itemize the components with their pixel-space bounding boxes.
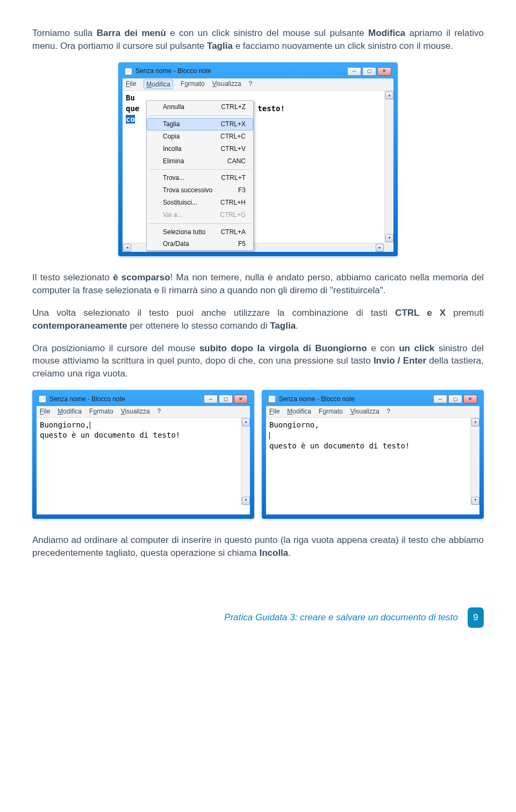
menu-item-selezionatutto[interactable]: Seleziona tuttoCTRL+A [147,226,253,238]
menu-item-label: Ora/Data [163,240,189,249]
menu-bar: File Modifica Formato Visualizza ? [266,406,479,418]
scroll-right-icon[interactable]: ▶ [376,244,384,252]
menu-file[interactable]: File [40,407,50,416]
menu-item-shortcut: CTRL+C [220,132,246,141]
text-caret [269,432,270,439]
notepad-window-before: 📄 Senza nome - Blocco note ─ ▢ ✕ File Mo… [32,390,254,519]
scroll-up-icon[interactable]: ▲ [471,418,479,426]
menu-item-label: Annulla [163,103,184,112]
menu-item-shortcut: CTRL+X [221,120,246,129]
menu-item-copia[interactable]: CopiaCTRL+C [147,130,253,143]
menu-item-trovasuccessivo[interactable]: Trova successivoF3 [147,184,253,197]
menu-item-label: Copia [163,132,180,141]
notepad-window: 📄 Senza nome - Blocco note ─ ▢ ✕ File Mo… [118,62,398,257]
vertical-scrollbar[interactable]: ▲▼ [470,418,479,505]
notepad-text-area[interactable]: Buongiorno, questo è un documento di tes… [266,418,479,514]
menu-item-sostituisci[interactable]: Sostituisci...CTRL+H [147,197,253,209]
text: Ora posizioniamo il cursore del mouse [32,343,199,353]
menu-item-label: Trova... [163,173,184,183]
menu-item-shortcut: CTRL+Z [221,103,246,112]
paragraph-5: Andiamo ad ordinare al computer di inser… [32,534,484,560]
editor-content: Bu que co di testo! [126,93,139,125]
window-titlebar: 📄 Senza nome - Blocco note ─ ▢ ✕ [266,394,479,406]
bold-text: Invio / Enter [374,356,426,366]
menu-visualizza[interactable]: Visualizza [350,407,379,416]
notepad-text-area[interactable]: Buongiorno, questo è un documento di tes… [37,418,250,514]
maximize-button[interactable]: ▢ [448,395,462,403]
editor-content: Buongiorno, questo è un documento di tes… [37,418,250,443]
bold-text: Modifica [368,28,405,38]
close-button[interactable]: ✕ [234,395,248,403]
close-button[interactable]: ✕ [377,67,391,76]
menu-formato[interactable]: Formato [181,79,205,90]
menu-item-elimina[interactable]: EliminaCANC [147,155,253,168]
paragraph-2: Il testo selezionato è scomparso! Ma non… [32,271,484,297]
text: premuti [446,308,484,318]
menu-separator [149,115,251,116]
scroll-down-icon[interactable]: ▼ [242,497,250,505]
scroll-down-icon[interactable]: ▼ [385,234,393,242]
menu-item-trova[interactable]: Trova...CTRL+T [147,172,253,184]
text: Torniamo sulla [32,28,97,38]
menu-help[interactable]: ? [249,79,253,90]
close-button[interactable]: ✕ [463,395,477,403]
scroll-up-icon[interactable]: ▲ [242,418,250,426]
menu-item-shortcut: CTRL+H [220,198,246,207]
menu-item-oradata[interactable]: Ora/DataF5 [147,238,253,250]
scroll-left-icon[interactable]: ◀ [123,244,131,252]
bold-text: Taglia [270,321,296,331]
menu-help[interactable]: ? [387,407,391,416]
window-title: Senza nome - Blocco note [49,395,125,404]
bold-text: contemporaneamente [32,321,127,331]
menu-item-vaia: Vai a...CTRL+G [147,209,253,221]
bold-text: subito dopo la virgola di Buongiorno [199,343,367,353]
menu-modifica[interactable]: Modifica [58,407,82,416]
scroll-corner [384,243,393,252]
menu-item-shortcut: CTRL+V [221,144,246,154]
vertical-scrollbar[interactable]: ▲▼ [241,418,250,505]
screenshot-row: 📄 Senza nome - Blocco note ─ ▢ ✕ File Mo… [32,390,484,519]
vertical-scrollbar[interactable]: ▲▼ [384,91,393,243]
menu-item-shortcut: CTRL+A [221,228,246,237]
scroll-down-icon[interactable]: ▼ [471,497,479,505]
text: e con un click sinistro del mouse sul pu… [166,28,368,38]
menu-formato[interactable]: Formato [89,407,113,416]
menu-separator [149,169,251,170]
minimize-button[interactable]: ─ [347,67,361,76]
menu-item-taglia[interactable]: TagliaCTRL+X [147,118,253,130]
page-footer: Pratica Guidata 3: creare e salvare un d… [32,607,484,628]
menu-file[interactable]: File [126,79,136,90]
minimize-button[interactable]: ─ [433,395,447,403]
menu-item-label: Seleziona tutto [163,228,205,237]
menu-formato[interactable]: Formato [319,407,343,416]
window-titlebar: 📄 Senza nome - Blocco note ─ ▢ ✕ [123,67,393,78]
menu-help[interactable]: ? [157,407,161,416]
menu-item-label: Incolla [163,144,182,154]
menu-modifica[interactable]: Modifica [287,407,311,416]
menu-item-label: Taglia [163,120,180,129]
footer-title: Pratica Guidata 3: creare e salvare un d… [224,611,458,624]
menu-item-label: Sostituisci... [163,198,197,207]
paragraph-1: Torniamo sulla Barra dei menù e con un c… [32,27,484,53]
bold-text: Taglia [207,41,233,51]
text-caret [90,422,90,429]
menu-separator [149,223,251,224]
minimize-button[interactable]: ─ [204,395,218,403]
menu-item-shortcut: F3 [238,186,246,195]
menu-item-incolla[interactable]: IncollaCTRL+V [147,143,253,155]
menu-file[interactable]: File [269,407,280,416]
menu-item-annulla[interactable]: AnnullaCTRL+Z [147,101,253,113]
bold-text: CTRL e X [395,308,446,318]
notepad-text-area[interactable]: Bu que co di testo! AnnullaCTRL+ZTagliaC… [123,91,393,252]
notepad-icon: 📄 [268,395,276,403]
menu-bar: File Modifica Formato Visualizza ? [37,406,250,418]
menu-visualizza[interactable]: Visualizza [121,407,150,416]
menu-modifica[interactable]: Modifica [144,79,173,90]
maximize-button[interactable]: ▢ [219,395,233,403]
menu-visualizza[interactable]: Visualizza [212,79,241,90]
page-number: 9 [468,607,484,628]
scroll-up-icon[interactable]: ▲ [385,91,393,99]
notepad-window-after: 📄 Senza nome - Blocco note ─ ▢ ✕ File Mo… [262,390,484,519]
maximize-button[interactable]: ▢ [362,67,376,76]
bold-text: un click [399,343,434,353]
